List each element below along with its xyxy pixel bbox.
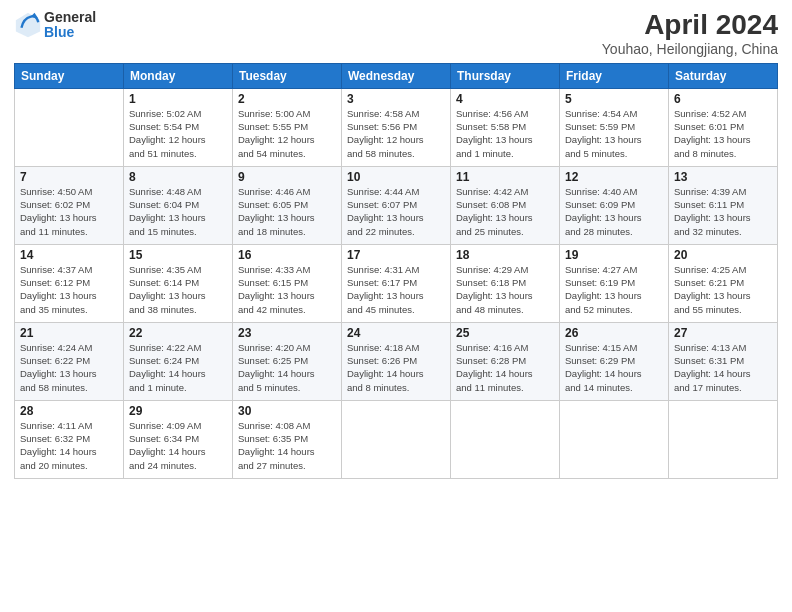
calendar-cell	[669, 400, 778, 478]
calendar-page: General Blue April 2024 Youhao, Heilongj…	[0, 0, 792, 612]
calendar-cell: 13Sunrise: 4:39 AM Sunset: 6:11 PM Dayli…	[669, 166, 778, 244]
calendar-table: SundayMondayTuesdayWednesdayThursdayFrid…	[14, 63, 778, 479]
calendar-cell: 20Sunrise: 4:25 AM Sunset: 6:21 PM Dayli…	[669, 244, 778, 322]
calendar-cell: 21Sunrise: 4:24 AM Sunset: 6:22 PM Dayli…	[15, 322, 124, 400]
day-number: 16	[238, 248, 336, 262]
day-number: 20	[674, 248, 772, 262]
calendar-cell	[451, 400, 560, 478]
calendar-cell: 27Sunrise: 4:13 AM Sunset: 6:31 PM Dayli…	[669, 322, 778, 400]
day-number: 7	[20, 170, 118, 184]
day-number: 19	[565, 248, 663, 262]
header-row: SundayMondayTuesdayWednesdayThursdayFrid…	[15, 63, 778, 88]
day-info: Sunrise: 4:48 AM Sunset: 6:04 PM Dayligh…	[129, 185, 227, 238]
day-number: 9	[238, 170, 336, 184]
calendar-cell	[342, 400, 451, 478]
day-number: 2	[238, 92, 336, 106]
day-info: Sunrise: 4:20 AM Sunset: 6:25 PM Dayligh…	[238, 341, 336, 394]
calendar-subtitle: Youhao, Heilongjiang, China	[602, 41, 778, 57]
col-header-sunday: Sunday	[15, 63, 124, 88]
day-info: Sunrise: 4:25 AM Sunset: 6:21 PM Dayligh…	[674, 263, 772, 316]
day-number: 4	[456, 92, 554, 106]
day-info: Sunrise: 4:27 AM Sunset: 6:19 PM Dayligh…	[565, 263, 663, 316]
col-header-saturday: Saturday	[669, 63, 778, 88]
calendar-cell: 16Sunrise: 4:33 AM Sunset: 6:15 PM Dayli…	[233, 244, 342, 322]
calendar-cell: 24Sunrise: 4:18 AM Sunset: 6:26 PM Dayli…	[342, 322, 451, 400]
day-info: Sunrise: 4:33 AM Sunset: 6:15 PM Dayligh…	[238, 263, 336, 316]
calendar-cell: 25Sunrise: 4:16 AM Sunset: 6:28 PM Dayli…	[451, 322, 560, 400]
day-number: 3	[347, 92, 445, 106]
day-info: Sunrise: 4:11 AM Sunset: 6:32 PM Dayligh…	[20, 419, 118, 472]
day-number: 11	[456, 170, 554, 184]
day-number: 28	[20, 404, 118, 418]
calendar-cell: 8Sunrise: 4:48 AM Sunset: 6:04 PM Daylig…	[124, 166, 233, 244]
calendar-cell: 1Sunrise: 5:02 AM Sunset: 5:54 PM Daylig…	[124, 88, 233, 166]
day-number: 23	[238, 326, 336, 340]
day-info: Sunrise: 4:29 AM Sunset: 6:18 PM Dayligh…	[456, 263, 554, 316]
calendar-cell: 12Sunrise: 4:40 AM Sunset: 6:09 PM Dayli…	[560, 166, 669, 244]
day-number: 13	[674, 170, 772, 184]
day-info: Sunrise: 4:58 AM Sunset: 5:56 PM Dayligh…	[347, 107, 445, 160]
calendar-cell: 4Sunrise: 4:56 AM Sunset: 5:58 PM Daylig…	[451, 88, 560, 166]
calendar-cell: 11Sunrise: 4:42 AM Sunset: 6:08 PM Dayli…	[451, 166, 560, 244]
calendar-cell: 19Sunrise: 4:27 AM Sunset: 6:19 PM Dayli…	[560, 244, 669, 322]
col-header-wednesday: Wednesday	[342, 63, 451, 88]
day-info: Sunrise: 4:37 AM Sunset: 6:12 PM Dayligh…	[20, 263, 118, 316]
day-number: 6	[674, 92, 772, 106]
calendar-cell	[15, 88, 124, 166]
week-row-3: 14Sunrise: 4:37 AM Sunset: 6:12 PM Dayli…	[15, 244, 778, 322]
logo-blue: Blue	[44, 25, 96, 40]
day-info: Sunrise: 4:35 AM Sunset: 6:14 PM Dayligh…	[129, 263, 227, 316]
day-number: 10	[347, 170, 445, 184]
day-number: 15	[129, 248, 227, 262]
day-number: 30	[238, 404, 336, 418]
week-row-5: 28Sunrise: 4:11 AM Sunset: 6:32 PM Dayli…	[15, 400, 778, 478]
day-info: Sunrise: 4:40 AM Sunset: 6:09 PM Dayligh…	[565, 185, 663, 238]
day-info: Sunrise: 4:52 AM Sunset: 6:01 PM Dayligh…	[674, 107, 772, 160]
day-info: Sunrise: 4:24 AM Sunset: 6:22 PM Dayligh…	[20, 341, 118, 394]
logo-text: General Blue	[44, 10, 96, 41]
calendar-cell: 14Sunrise: 4:37 AM Sunset: 6:12 PM Dayli…	[15, 244, 124, 322]
day-info: Sunrise: 4:39 AM Sunset: 6:11 PM Dayligh…	[674, 185, 772, 238]
day-info: Sunrise: 4:16 AM Sunset: 6:28 PM Dayligh…	[456, 341, 554, 394]
day-info: Sunrise: 4:18 AM Sunset: 6:26 PM Dayligh…	[347, 341, 445, 394]
day-info: Sunrise: 4:42 AM Sunset: 6:08 PM Dayligh…	[456, 185, 554, 238]
calendar-cell: 29Sunrise: 4:09 AM Sunset: 6:34 PM Dayli…	[124, 400, 233, 478]
day-info: Sunrise: 4:31 AM Sunset: 6:17 PM Dayligh…	[347, 263, 445, 316]
col-header-monday: Monday	[124, 63, 233, 88]
day-number: 1	[129, 92, 227, 106]
col-header-friday: Friday	[560, 63, 669, 88]
calendar-cell: 6Sunrise: 4:52 AM Sunset: 6:01 PM Daylig…	[669, 88, 778, 166]
day-info: Sunrise: 4:46 AM Sunset: 6:05 PM Dayligh…	[238, 185, 336, 238]
day-info: Sunrise: 4:54 AM Sunset: 5:59 PM Dayligh…	[565, 107, 663, 160]
calendar-cell: 28Sunrise: 4:11 AM Sunset: 6:32 PM Dayli…	[15, 400, 124, 478]
col-header-thursday: Thursday	[451, 63, 560, 88]
calendar-cell: 15Sunrise: 4:35 AM Sunset: 6:14 PM Dayli…	[124, 244, 233, 322]
week-row-4: 21Sunrise: 4:24 AM Sunset: 6:22 PM Dayli…	[15, 322, 778, 400]
day-number: 26	[565, 326, 663, 340]
day-info: Sunrise: 4:50 AM Sunset: 6:02 PM Dayligh…	[20, 185, 118, 238]
day-number: 29	[129, 404, 227, 418]
week-row-2: 7Sunrise: 4:50 AM Sunset: 6:02 PM Daylig…	[15, 166, 778, 244]
day-number: 18	[456, 248, 554, 262]
day-info: Sunrise: 4:15 AM Sunset: 6:29 PM Dayligh…	[565, 341, 663, 394]
calendar-cell: 5Sunrise: 4:54 AM Sunset: 5:59 PM Daylig…	[560, 88, 669, 166]
day-number: 24	[347, 326, 445, 340]
calendar-cell: 22Sunrise: 4:22 AM Sunset: 6:24 PM Dayli…	[124, 322, 233, 400]
logo-icon	[14, 11, 42, 39]
day-number: 12	[565, 170, 663, 184]
day-number: 21	[20, 326, 118, 340]
title-block: April 2024 Youhao, Heilongjiang, China	[602, 10, 778, 57]
calendar-cell: 26Sunrise: 4:15 AM Sunset: 6:29 PM Dayli…	[560, 322, 669, 400]
day-number: 17	[347, 248, 445, 262]
day-number: 27	[674, 326, 772, 340]
calendar-cell: 17Sunrise: 4:31 AM Sunset: 6:17 PM Dayli…	[342, 244, 451, 322]
day-number: 22	[129, 326, 227, 340]
day-info: Sunrise: 4:13 AM Sunset: 6:31 PM Dayligh…	[674, 341, 772, 394]
calendar-cell: 23Sunrise: 4:20 AM Sunset: 6:25 PM Dayli…	[233, 322, 342, 400]
calendar-cell: 18Sunrise: 4:29 AM Sunset: 6:18 PM Dayli…	[451, 244, 560, 322]
calendar-cell: 2Sunrise: 5:00 AM Sunset: 5:55 PM Daylig…	[233, 88, 342, 166]
col-header-tuesday: Tuesday	[233, 63, 342, 88]
day-number: 5	[565, 92, 663, 106]
logo-general: General	[44, 10, 96, 25]
calendar-cell: 10Sunrise: 4:44 AM Sunset: 6:07 PM Dayli…	[342, 166, 451, 244]
